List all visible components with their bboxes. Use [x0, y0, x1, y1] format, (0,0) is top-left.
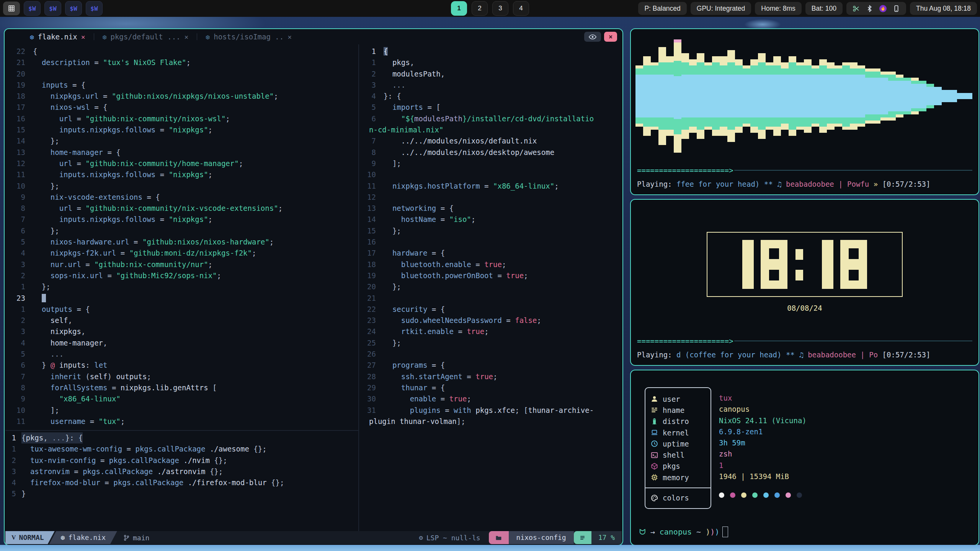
- line-number: 6: [5, 360, 33, 371]
- code-line: plugin thunar-volman];: [359, 416, 622, 427]
- cava-bar: [919, 34, 926, 158]
- scissors-icon[interactable]: [853, 5, 860, 12]
- pane-hosts-isoimage[interactable]: 1{1 pkgs,2 modulesPath,3 ...4}: {5 impor…: [359, 44, 622, 532]
- line-number: 11: [5, 169, 33, 180]
- code-line: 3 nixpkgs,: [5, 326, 358, 337]
- music-visualizer-window: =====================> Playing: ffee for…: [630, 28, 979, 195]
- line-number: 17: [359, 248, 384, 259]
- fetch-row: hname: [651, 404, 710, 416]
- pane-pkgs-default[interactable]: 1{pkgs, ...}: {1 tux-awesome-wm-config =…: [5, 431, 358, 532]
- window-buttons: ×: [584, 32, 617, 42]
- flame-icon[interactable]: [879, 5, 887, 12]
- line-number: 29: [359, 382, 384, 393]
- code-line: 7 ../../modules/nixos/default.nix: [359, 135, 622, 147]
- tab-close-icon[interactable]: ×: [81, 33, 85, 41]
- color-dot: [730, 492, 735, 498]
- clock-digit: [822, 240, 833, 289]
- fetch-label: shell: [663, 451, 684, 459]
- fetch-row: memory: [651, 472, 710, 483]
- line-number: 3: [5, 326, 33, 337]
- cava-bar: [957, 34, 965, 158]
- app-grid-icon[interactable]: [3, 2, 20, 15]
- workspace-button-2[interactable]: $W: [44, 1, 61, 16]
- line-number: 2: [5, 315, 33, 326]
- cava-bar: [888, 34, 896, 158]
- wm-tag-2[interactable]: 2: [472, 1, 488, 16]
- fetch-value: NixOS 24.11 (Vicuna): [719, 415, 807, 426]
- cava-bar: [865, 34, 873, 158]
- lines-icon: [579, 535, 586, 541]
- fetch-row: uptime: [651, 438, 710, 449]
- line-number: 10: [5, 181, 33, 192]
- code-line: 15 inputs.nixpkgs.follows = "nixpkgs";: [5, 124, 358, 135]
- code-line: 2 tux-nvim-config = pkgs.callPackage ./n…: [5, 455, 358, 466]
- line-number: 12: [359, 192, 384, 203]
- fetch-value: canopus: [719, 404, 807, 415]
- mode-indicator: V NORMAL: [5, 531, 55, 544]
- bluetooth-icon[interactable]: [866, 5, 873, 12]
- wm-tag-3[interactable]: 3: [492, 1, 508, 16]
- status-pills: P: BalancedGPU: IntegratedHome: 8msBat: …: [638, 2, 843, 15]
- tab-pkgs-default-[interactable]: ❆pkgs/default ...×: [94, 29, 197, 44]
- phone-icon[interactable]: [893, 5, 900, 12]
- line-number: 31: [359, 405, 384, 416]
- code-line: 10 ];: [5, 405, 358, 416]
- line-number: 16: [359, 236, 384, 248]
- workspace-button-1[interactable]: $W: [24, 1, 41, 16]
- eye-toggle-button[interactable]: [584, 32, 601, 42]
- line-number: 14: [5, 135, 33, 147]
- shell-prompt[interactable]: ᗢ → canopus ~ ))): [639, 527, 728, 537]
- line-number: 1: [359, 46, 384, 57]
- code-line: 4 nixpkgs-f2k.url = "github:moni-dz/nixp…: [5, 248, 358, 259]
- line-number: 8: [5, 203, 33, 214]
- clock-window: 08/08/24 =====================> Playing:…: [630, 199, 979, 366]
- code-line: 1{pkgs, ...}: {: [5, 432, 358, 443]
- scroll-position: 17 %: [591, 531, 622, 544]
- line-number: [359, 416, 369, 427]
- workspace-button-3[interactable]: $W: [65, 1, 82, 16]
- code-line: 9 ];: [359, 158, 622, 169]
- line-number: 12: [5, 158, 33, 169]
- workspace-button-4[interactable]: $W: [86, 1, 103, 16]
- fetch-row: shell: [651, 449, 710, 460]
- line-number: 1: [5, 443, 21, 455]
- bar-clock: Thu Aug 08, 18:18: [910, 2, 977, 15]
- now-playing-text: Playing: ffee for your head) ** ♫ beabad…: [637, 180, 972, 188]
- code-line: 16 url = "github:nix-community/nixos-wsl…: [5, 113, 358, 124]
- tab-hosts-isoimag-[interactable]: ❆hosts/isoImag ..×: [197, 29, 300, 44]
- cava-bar: [666, 34, 674, 158]
- prompt-segment: ~: [696, 527, 706, 536]
- code-line: 14 };: [5, 135, 358, 147]
- tab-label: pkgs/default ...: [110, 33, 180, 41]
- cava-bar: [911, 34, 919, 158]
- prompt-segment: ): [715, 527, 719, 536]
- cava-bar: [773, 34, 781, 158]
- code-line: 10: [359, 169, 622, 180]
- code-line: 8 forAllSystems = nixpkgs.lib.genAttrs [: [5, 382, 358, 393]
- cava-bar: [651, 34, 658, 158]
- code-line: 12 url = "github:nix-community/home-mana…: [5, 158, 358, 169]
- wm-tag-4[interactable]: 4: [513, 1, 529, 16]
- tab-close-icon[interactable]: ×: [185, 33, 189, 41]
- code-line: 1 outputs = {: [5, 304, 358, 315]
- line-number: 7: [5, 371, 33, 382]
- cava-bar: [880, 34, 888, 158]
- code-line: 19 bluetooth.powerOnBoot = true;: [359, 270, 622, 281]
- pane-flake-nix[interactable]: 22{21 description = "tux's NixOS Flake";…: [5, 44, 358, 430]
- neovim-window: ❆flake.nix×❆pkgs/default ...×❆hosts/isoI…: [4, 28, 623, 546]
- line-number: 18: [359, 259, 384, 270]
- fetch-row: user: [651, 393, 710, 404]
- line-number: 5: [5, 349, 33, 360]
- cava-bar: [949, 34, 957, 158]
- close-button[interactable]: ×: [604, 32, 617, 42]
- line-number: 7: [5, 214, 33, 225]
- code-line: 1 };: [5, 281, 358, 292]
- line-number: 6: [359, 113, 384, 124]
- nix-snowflake-icon: ❆: [206, 33, 210, 41]
- wm-tag-1[interactable]: 1: [451, 1, 467, 16]
- tab-flake-nix[interactable]: ❆flake.nix×: [21, 29, 94, 44]
- code-line: n-cd-minimal.nix": [359, 124, 622, 135]
- tab-close-icon[interactable]: ×: [287, 33, 292, 41]
- cava-bar: [712, 34, 720, 158]
- code-line: 2 modulesPath,: [359, 68, 622, 80]
